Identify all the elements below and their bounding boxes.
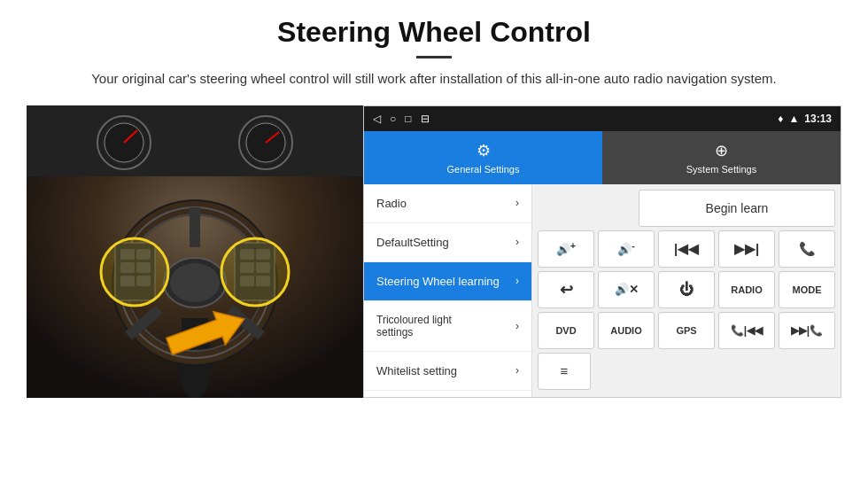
menu-button[interactable]: ≡ [538,353,591,390]
mute-button[interactable]: 🔊✕ [598,271,655,308]
prev-icon: |◀◀ [674,241,699,257]
signal-icon: ▲ [788,113,799,125]
home-icon: ○ [390,113,396,125]
audio-button[interactable]: AUDIO [598,312,655,349]
hamburger-icon: ≡ [561,363,569,378]
power-icon: ⏻ [679,282,694,298]
empty-space [538,190,635,227]
main-content: Radio › DefaultSetting › Steering Wheel … [364,184,841,397]
page-title: Steering Wheel Control [53,16,815,49]
chevron-right-icon: › [515,364,519,377]
next-icon: ▶▶| [734,241,759,257]
chevron-right-icon: › [515,275,519,287]
next-track-button[interactable]: ▶▶| [718,230,775,268]
hangup-icon: ↩ [560,280,573,300]
menu-list: Radio › DefaultSetting › Steering Wheel … [364,184,532,397]
mute-icon: 🔊✕ [615,283,639,296]
wifi-icon: ♦ [778,113,783,125]
prev-track-button[interactable]: |◀◀ [658,230,715,268]
dvd-button[interactable]: DVD [538,312,594,349]
menu-tricoloured-label: Tricoloured lightsettings [376,314,452,338]
page-subtitle: Your original car's steering wheel contr… [53,69,815,89]
tab-system-label: System Settings [686,164,756,175]
svg-point-34 [221,238,289,306]
apps-icon: ⊟ [421,113,430,125]
gps-label: GPS [676,325,696,336]
menu-whitelist-label: Whitelist setting [376,364,457,377]
page-header: Steering Wheel Control Your original car… [0,0,868,98]
tel-prev-button[interactable]: 📞|◀◀ [718,312,775,349]
mode-label: MODE [793,284,822,295]
tab-bar: ⚙ General Settings ⊕ System Settings [364,131,841,184]
svg-rect-1 [27,105,363,176]
tab-general-label: General Settings [447,164,520,175]
back-icon: ◁ [373,113,381,125]
menu-radio-label: Radio [376,197,407,210]
phone-icon: 📞 [799,241,816,257]
gear-icon: ⚙ [477,141,491,160]
vol-up-icon: 🔊+ [556,240,576,256]
audio-label: AUDIO [610,325,641,336]
svg-point-33 [101,238,168,306]
menu-item-steering[interactable]: Steering Wheel learning › [364,262,531,301]
recents-icon: □ [405,113,411,125]
tel-prev-icon: 📞|◀◀ [731,324,763,337]
power-button[interactable]: ⏻ [658,271,715,308]
tel-next-icon: ▶▶|📞 [791,324,823,337]
gps-button[interactable]: GPS [658,312,715,349]
status-bar-left: ◁ ○ □ ⊟ [373,113,430,125]
menu-item-tricoloured[interactable]: Tricoloured lightsettings › [364,301,531,352]
vol-up-button[interactable]: 🔊+ [538,230,594,268]
radio-button[interactable]: RADIO [718,271,775,308]
controls-row-3: DVD AUDIO GPS 📞|◀◀ ▶▶|📞 [538,312,835,349]
chevron-right-icon: › [515,236,519,248]
vol-down-icon: 🔊- [617,240,635,256]
controls-row-0: Begin learn [538,190,835,227]
controls-row-1: 🔊+ 🔊- |◀◀ ▶▶| 📞 [538,230,835,268]
chevron-right-icon: › [515,197,519,209]
controls-row-4: ≡ [538,353,835,390]
radio-label: RADIO [731,284,762,295]
back-call-button[interactable]: ↩ [538,271,594,308]
menu-item-defaultsetting[interactable]: DefaultSetting › [364,223,531,262]
svg-point-18 [170,263,220,302]
car-image [27,105,363,398]
chevron-right-icon: › [515,320,519,332]
tab-system-settings[interactable]: ⊕ System Settings [602,131,841,184]
status-bar: ◁ ○ □ ⊟ ♦ ▲ 13:13 [364,106,841,131]
car-svg [27,105,363,398]
begin-learn-button[interactable]: Begin learn [639,190,835,227]
menu-item-whitelist[interactable]: Whitelist setting › [364,352,531,391]
menu-default-label: DefaultSetting [376,236,449,249]
dvd-label: DVD [555,325,576,336]
menu-item-radio[interactable]: Radio › [364,184,531,223]
controls-area: Begin learn 🔊+ 🔊- |◀◀ ▶▶| [532,184,841,397]
call-button[interactable]: 📞 [779,230,835,268]
tab-general-settings[interactable]: ⚙ General Settings [364,131,602,184]
title-divider [416,56,452,58]
tablet-ui: ◁ ○ □ ⊟ ♦ ▲ 13:13 ⚙ General Settings ⊕ S… [363,105,841,398]
mode-button[interactable]: MODE [779,271,835,308]
status-bar-right: ♦ ▲ 13:13 [778,113,832,125]
time-display: 13:13 [804,113,832,125]
content-area: ◁ ○ □ ⊟ ♦ ▲ 13:13 ⚙ General Settings ⊕ S… [0,105,868,398]
globe-icon: ⊕ [715,141,728,160]
menu-steering-label: Steering Wheel learning [376,275,500,288]
tel-next-button[interactable]: ▶▶|📞 [779,312,835,349]
vol-down-button[interactable]: 🔊- [598,230,655,268]
controls-row-2: ↩ 🔊✕ ⏻ RADIO MODE [538,271,835,308]
